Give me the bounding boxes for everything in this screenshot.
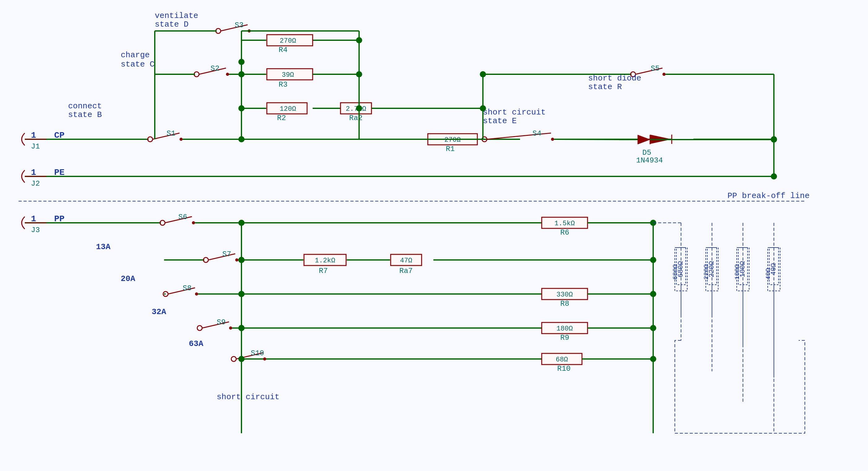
- r4-value: 270Ω: [280, 37, 296, 45]
- svg-point-65: [551, 138, 554, 141]
- r1-label: R1: [446, 145, 455, 153]
- ventilate-state-label2: state D: [155, 20, 188, 29]
- 20a-label: 20A: [121, 274, 135, 283]
- charge-state-label: charge: [121, 51, 150, 60]
- r4-label: R4: [279, 46, 287, 54]
- pp-break-off-label: PP break-off line: [727, 191, 809, 200]
- r100-text: 100Ω: [734, 264, 741, 280]
- r9-value: 180Ω: [557, 325, 573, 333]
- s1-label: S1: [166, 129, 176, 138]
- svg-point-59: [226, 73, 229, 76]
- svg-point-56: [180, 138, 183, 141]
- r10-value: 68Ω: [556, 356, 568, 364]
- ra7-value: 47Ω: [400, 257, 412, 264]
- s6-label: S6: [178, 213, 187, 221]
- svg-point-173: [238, 257, 245, 263]
- svg-point-140: [480, 71, 486, 77]
- d5-part: 1N4934: [636, 156, 663, 165]
- svg-line-142: [554, 139, 638, 139]
- short-circuit-state-label2: state E: [483, 116, 517, 126]
- s8-label: S8: [183, 284, 192, 292]
- svg-point-83: [263, 357, 266, 360]
- s7-label: S7: [222, 250, 231, 258]
- s9-label: S9: [217, 318, 226, 326]
- ra2-label: Ra2: [349, 114, 363, 122]
- r3-value: 39Ω: [282, 71, 294, 79]
- svg-point-74: [235, 258, 238, 261]
- svg-point-176: [238, 356, 245, 362]
- r10-label: R10: [557, 365, 570, 373]
- svg-point-139: [480, 105, 486, 112]
- ra7-label: Ra7: [399, 267, 413, 275]
- r680-text: 680Ω: [672, 264, 679, 280]
- r40-text: 40Ω: [765, 268, 772, 280]
- connect-state-label2: state B: [68, 110, 102, 120]
- cp-number: 1: [31, 131, 36, 140]
- ventilate-state-label: ventilate: [155, 11, 198, 21]
- j2-label: J2: [31, 180, 40, 188]
- r7-value: 1.2kΩ: [315, 257, 335, 264]
- short-circuit-bottom-label: short circuit: [217, 392, 280, 402]
- ra2-value: 2.7kΩ: [346, 105, 366, 113]
- svg-point-98: [238, 71, 245, 77]
- r2-value: 120Ω: [280, 105, 296, 113]
- s3-label: S3: [235, 21, 244, 29]
- short-diode-state-label2: state R: [588, 82, 622, 92]
- r3-label: R3: [279, 81, 287, 89]
- r1-value: 270Ω: [444, 136, 461, 144]
- svg-point-100: [238, 59, 245, 65]
- charge-state-label2: state C: [121, 60, 154, 69]
- cp-label: CP: [54, 131, 65, 140]
- 63a-label: 63A: [189, 339, 204, 348]
- pe-number: 1: [31, 168, 36, 177]
- pp-number: 1: [31, 214, 36, 224]
- svg-point-159: [650, 356, 656, 362]
- r2-label: R2: [277, 114, 286, 122]
- r8-label: R8: [560, 300, 569, 308]
- s5-label: S5: [651, 64, 660, 73]
- s4-label: S4: [532, 129, 541, 138]
- r9-label: R9: [560, 334, 569, 342]
- svg-point-77: [195, 292, 198, 295]
- svg-point-99: [238, 105, 245, 112]
- r6-label: R6: [560, 228, 569, 237]
- j3-label: J3: [31, 226, 40, 234]
- connect-state-label: connect: [68, 101, 102, 111]
- svg-point-80: [229, 326, 232, 329]
- r6-value: 1.5kΩ: [554, 220, 575, 227]
- pp-label: PP: [54, 214, 65, 224]
- pe-label: PE: [54, 168, 65, 177]
- r8-value: 330Ω: [557, 291, 573, 299]
- short-diode-state-label: short diode: [588, 74, 642, 83]
- s2-label: S2: [211, 64, 219, 73]
- d5-label: D5: [642, 149, 651, 157]
- 13a-label: 13A: [96, 242, 111, 252]
- svg-point-175: [238, 325, 245, 331]
- r220-text: 220Ω: [703, 264, 710, 280]
- svg-point-174: [238, 291, 245, 297]
- s10-label: S10: [251, 349, 264, 357]
- short-circuit-state-label: short circuit: [483, 108, 546, 117]
- svg-point-68: [662, 73, 665, 76]
- svg-point-71: [192, 221, 195, 224]
- j1-label: J1: [31, 143, 40, 151]
- svg-rect-0: [0, 0, 868, 471]
- 32a-label: 32A: [152, 307, 166, 317]
- r7-label: R7: [319, 267, 328, 275]
